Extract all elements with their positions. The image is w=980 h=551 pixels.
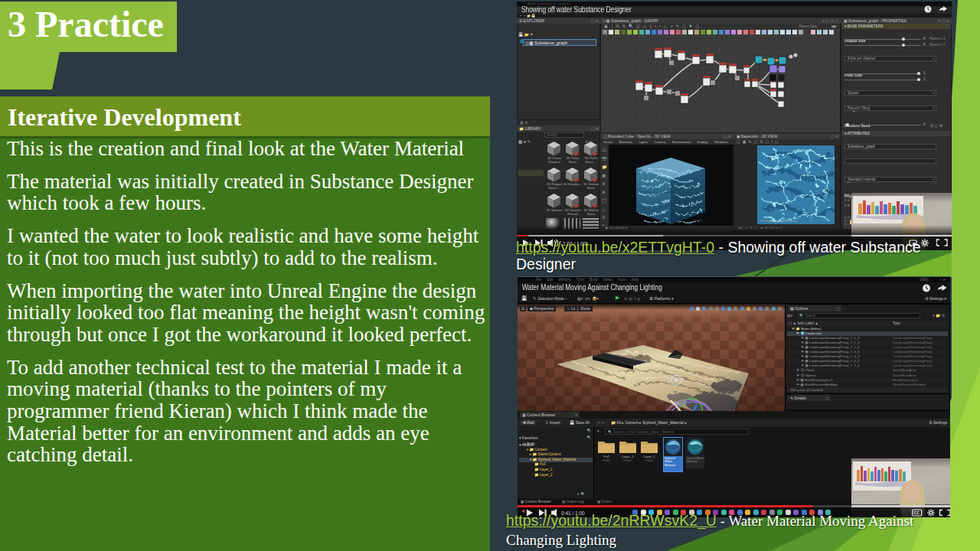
svg-text:sRGB (per channel) format: sRGB (per channel) format	[760, 219, 798, 223]
